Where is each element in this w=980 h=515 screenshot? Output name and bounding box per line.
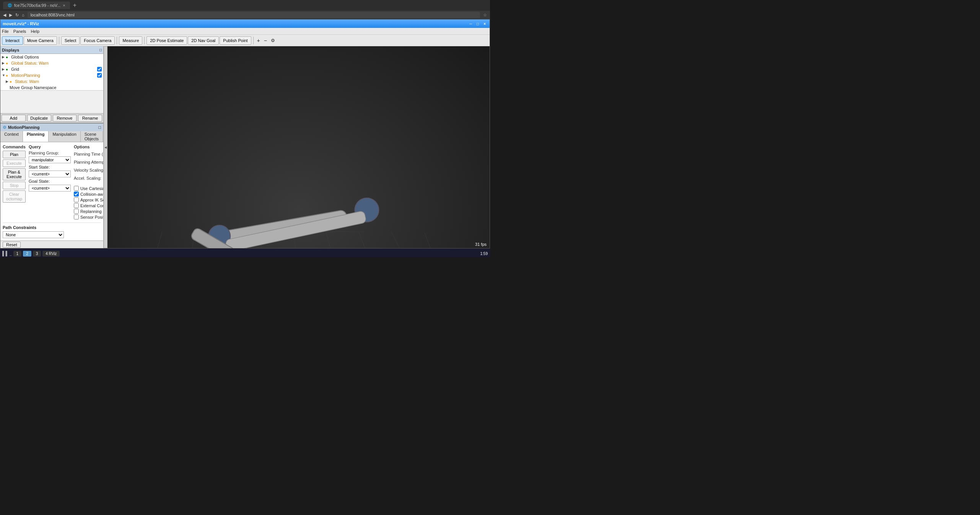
bookmarks-btn[interactable]: ☆: [483, 13, 487, 18]
taskbar-icon-2[interactable]: _: [10, 252, 12, 256]
external-comm-label: External Comm.: [80, 203, 103, 208]
url-bar[interactable]: localhost:8083/vnc.html: [28, 12, 480, 18]
taskbar-item-3[interactable]: 3: [33, 251, 41, 257]
measure-btn[interactable]: Measure: [119, 36, 142, 45]
sensor-positioning-checkbox[interactable]: [74, 214, 79, 219]
focus-camera-btn[interactable]: Focus Camera: [80, 36, 115, 45]
taskbar-item-4[interactable]: 4 RViz: [42, 251, 60, 257]
window-controls[interactable]: ─ □ ×: [468, 22, 487, 26]
display-item-global-status[interactable]: ▶ ● Global Status: Warn: [0, 60, 103, 66]
zoom-in-icon[interactable]: +: [256, 37, 262, 44]
zoom-out-icon[interactable]: −: [262, 37, 269, 44]
clear-octomap-btn[interactable]: Clear octomap: [3, 190, 26, 203]
taskbar: ▌▌ _ 1 2 3 4 RViz 1:59: [0, 249, 490, 257]
display-item-global-options[interactable]: ▶ ● Global Options: [0, 54, 103, 60]
toolbar-sep-1: [59, 37, 59, 44]
taskbar-icon-1[interactable]: ▌▌: [2, 251, 9, 256]
plan-btn[interactable]: Plan: [3, 151, 26, 158]
select-btn[interactable]: Select: [61, 36, 80, 45]
tab-manipulation[interactable]: Manipulation: [49, 131, 80, 142]
menu-help[interactable]: Help: [31, 29, 39, 34]
tab-scene-objects[interactable]: Scene Objects: [81, 131, 103, 142]
remove-btn[interactable]: Remove: [53, 115, 77, 122]
external-comm-checkbox[interactable]: [74, 203, 79, 208]
reload-btn[interactable]: ↻: [15, 13, 19, 18]
duplicate-btn[interactable]: Duplicate: [27, 115, 51, 122]
velocity-scaling-label: Velocity Scaling:: [74, 168, 103, 172]
interact-btn[interactable]: Interact: [2, 36, 23, 45]
expand-arrow-global-options[interactable]: ▶: [2, 55, 6, 59]
browser-chrome: 🌐 fce75c70bc6a:99 - noV... × +: [0, 0, 490, 11]
use-cartesian-label: Use Cartesian Path: [80, 186, 103, 191]
options-title: Options: [74, 145, 103, 149]
mp-title: MotionPlanning: [8, 125, 39, 130]
menu-panels[interactable]: Panels: [13, 29, 26, 34]
approx-ik-label: Approx IK Solutions: [80, 198, 103, 202]
minimize-btn[interactable]: ─: [468, 22, 474, 26]
approx-ik-checkbox[interactable]: [74, 197, 79, 202]
toolbar: Interact Move Camera Select Focus Camera…: [0, 35, 490, 46]
goal-state-select[interactable]: <current>: [29, 185, 71, 192]
close-btn[interactable]: ×: [482, 22, 487, 26]
browser-tab[interactable]: 🌐 fce75c70bc6a:99 - noV... ×: [3, 2, 70, 9]
main-area: Displays □ ▶ ● Global Options ▶ ● Global…: [0, 46, 490, 248]
taskbar-item-2[interactable]: 2: [23, 251, 31, 257]
menu-file[interactable]: File: [2, 29, 9, 34]
tab-planning[interactable]: Planning: [23, 131, 49, 142]
tab-context[interactable]: Context: [0, 131, 23, 142]
reset-btn[interactable]: Reset: [3, 242, 21, 248]
expand-arrow-motion-planning[interactable]: ▼: [2, 73, 6, 77]
viewport[interactable]: 31 fps: [107, 46, 490, 248]
display-label-motion-planning: MotionPlanning: [11, 73, 40, 78]
home-btn[interactable]: ⌂: [22, 13, 24, 17]
expand-arrow-status-warn[interactable]: ▶: [6, 80, 10, 83]
mp-collapse-icon[interactable]: □: [98, 125, 101, 130]
display-item-status-warn[interactable]: ▶ ● Status: Warn: [0, 78, 103, 84]
planning-group-row: Planning Group:: [29, 151, 71, 155]
path-constraints-select[interactable]: None: [3, 231, 64, 238]
displays-panel: ▶ ● Global Options ▶ ● Global Status: Wa…: [0, 54, 103, 90]
replanning-checkbox[interactable]: [74, 209, 79, 214]
query-col: Query Planning Group: manipulator Start …: [29, 145, 71, 220]
planning-attempts-row: Planning Attempts: ▲ ▼: [74, 159, 103, 166]
taskbar-system-icons: ▌▌ _: [2, 251, 12, 256]
rename-btn[interactable]: Rename: [78, 115, 102, 122]
use-cartesian-checkbox[interactable]: [74, 186, 79, 191]
nav-goal-btn[interactable]: 2D Nav Goal: [188, 36, 219, 45]
tab-close[interactable]: ×: [63, 3, 65, 8]
tab-title: fce75c70bc6a:99 - noV...: [14, 3, 60, 8]
display-item-motion-planning[interactable]: ▼ ● MotionPlanning: [0, 72, 103, 78]
back-btn[interactable]: ◀: [3, 13, 6, 18]
display-item-grid[interactable]: ▶ ● Grid: [0, 66, 103, 72]
add-btn[interactable]: Add: [2, 115, 26, 122]
display-label-global-status: Global Status: Warn: [11, 61, 49, 65]
settings-icon[interactable]: ⚙: [269, 37, 277, 44]
maximize-btn[interactable]: □: [475, 22, 480, 26]
move-camera-btn[interactable]: Move Camera: [24, 36, 57, 45]
start-state-select[interactable]: <current>: [29, 171, 71, 177]
planning-time-label: Planning Time (s):: [74, 152, 103, 156]
mp-section-row-1: Commands Plan Execute Plan & Execute Sto…: [3, 145, 101, 220]
planning-group-select[interactable]: manipulator: [29, 156, 71, 163]
plan-execute-btn[interactable]: Plan & Execute: [3, 168, 26, 180]
forward-btn[interactable]: ▶: [9, 13, 12, 18]
new-tab-btn[interactable]: +: [73, 2, 77, 9]
goal-state-select-row: <current>: [29, 185, 71, 192]
execute-btn[interactable]: Execute: [3, 159, 26, 167]
collision-aware-checkbox[interactable]: [74, 192, 79, 197]
rviz-menubar: File Panels Help: [0, 28, 490, 35]
motion-planning-panel: ⚙ MotionPlanning □ Context Planning Mani…: [0, 123, 103, 240]
publish-point-btn[interactable]: Publish Point: [220, 36, 251, 45]
taskbar-item-1[interactable]: 1: [13, 251, 22, 257]
grid-checkbox[interactable]: [97, 67, 102, 71]
stop-btn[interactable]: Stop: [3, 182, 26, 189]
motion-planning-checkbox[interactable]: [97, 73, 102, 78]
status-dot-motion-planning: ●: [6, 73, 11, 78]
panel-collapse-arrow[interactable]: ◀: [104, 46, 107, 248]
expand-arrow-global-status[interactable]: ▶: [2, 61, 6, 65]
displays-collapse-icon[interactable]: □: [99, 48, 102, 52]
display-item-move-group-ns: Move Group Namespace: [0, 84, 103, 90]
mp-icon: ⚙: [3, 125, 7, 130]
pose-estimate-btn[interactable]: 2D Pose Estimate: [147, 36, 187, 45]
expand-arrow-grid[interactable]: ▶: [2, 67, 6, 71]
